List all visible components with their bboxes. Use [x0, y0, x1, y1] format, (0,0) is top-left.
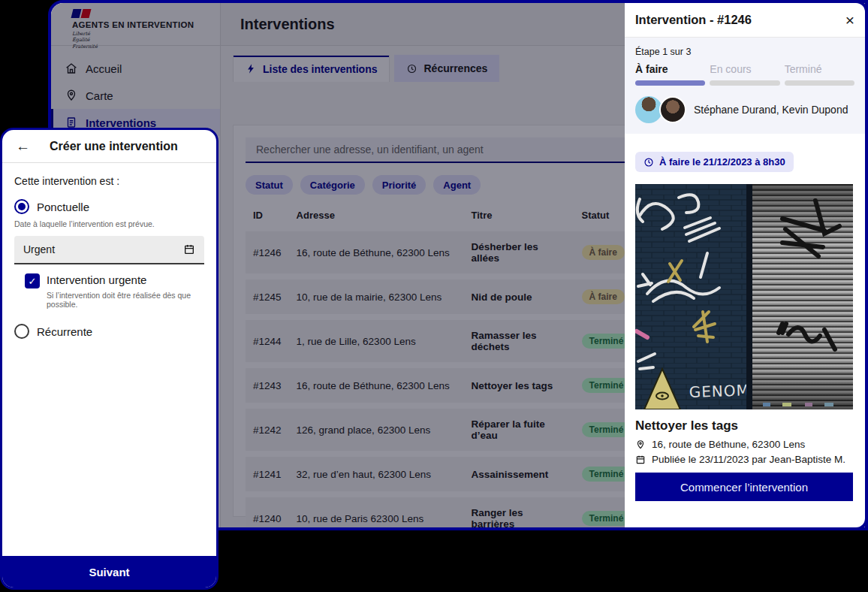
intervention-detail-panel: Intervention - #1246 × Étape 1 sur 3 À f… [625, 0, 868, 530]
close-icon[interactable]: × [845, 12, 854, 28]
radio-option-recurrente[interactable]: Récurrente [14, 324, 204, 339]
detail-panel-header: Intervention - #1246 × [625, 3, 865, 38]
create-intervention-panel: ← Créer une intervention Cette intervent… [0, 128, 219, 590]
published-line: Publiée le 23/11/2023 par Jean-Baptiste … [635, 454, 854, 465]
step-bar-active [635, 80, 705, 86]
urgent-help-text: Si l’intervention doit être réalisée dès… [47, 291, 204, 309]
calendar-icon [635, 455, 646, 465]
assignees-row: Stéphane Durand, Kevin Dupond [635, 96, 854, 123]
intervention-type-question: Cette intervention est : [14, 175, 204, 187]
avatar [659, 96, 686, 123]
step-label-a-faire: À faire [635, 63, 705, 75]
step-caption: Étape 1 sur 3 [635, 47, 854, 57]
calendar-icon[interactable] [183, 243, 195, 255]
urgent-checkbox-label: Intervention urgente [47, 273, 146, 286]
avatar [635, 96, 662, 123]
radio-label: Ponctuelle [37, 201, 89, 213]
next-button-label: Suivant [89, 566, 129, 578]
intervention-heading: Nettoyer les tags [635, 418, 854, 433]
create-panel-body: Cette intervention est : Ponctuelle Date… [2, 163, 216, 556]
date-field[interactable]: Urgent [14, 236, 204, 264]
address-text: 16, route de Béthune, 62300 Lens [652, 439, 805, 450]
step-bars [635, 80, 854, 86]
step-label-termine: Terminé [785, 63, 854, 75]
address-line: 16, route de Béthune, 62300 Lens [635, 439, 854, 450]
step-label-en-cours: En cours [710, 63, 779, 75]
start-intervention-button[interactable]: Commencer l’intervention [635, 473, 853, 501]
create-panel-header: ← Créer une intervention [2, 130, 216, 163]
location-pin-icon [635, 439, 646, 450]
clock-icon [643, 157, 654, 168]
radio-label: Récurrente [37, 325, 92, 338]
step-progress-section: Étape 1 sur 3 À faire En cours Terminé S… [625, 38, 865, 134]
back-arrow-icon[interactable]: ← [16, 138, 30, 155]
intervention-photo: GENOMO [635, 184, 853, 409]
detail-panel-title: Intervention - #1246 [635, 13, 752, 27]
schedule-badge-label: À faire le 21/12/2023 à 8h30 [659, 156, 785, 168]
schedule-badge: À faire le 21/12/2023 à 8h30 [635, 152, 794, 172]
date-field-value: Urgent [23, 243, 55, 255]
create-panel-title: Créer une intervention [50, 140, 178, 153]
intervention-info: Nettoyer les tags 16, route de Béthune, … [625, 409, 865, 465]
urgent-checkbox-row[interactable]: ✓ Intervention urgente [25, 273, 204, 288]
step-bar [710, 80, 779, 86]
published-text: Publiée le 23/11/2023 par Jean-Baptiste … [652, 454, 845, 465]
checkbox-checked-icon[interactable]: ✓ [25, 273, 40, 288]
radio-checked-icon[interactable] [14, 199, 29, 214]
assignee-names: Stéphane Durand, Kevin Dupond [694, 104, 848, 116]
step-labels: À faire En cours Terminé [635, 63, 854, 75]
ponctuelle-help-text: Date à laquelle l’intervention est prévu… [14, 219, 204, 228]
next-button[interactable]: Suivant [2, 556, 216, 587]
radio-option-ponctuelle[interactable]: Ponctuelle [14, 199, 204, 214]
step-bar [785, 80, 854, 86]
radio-unchecked-icon[interactable] [14, 324, 29, 339]
schedule-badge-row: À faire le 21/12/2023 à 8h30 [625, 134, 865, 184]
